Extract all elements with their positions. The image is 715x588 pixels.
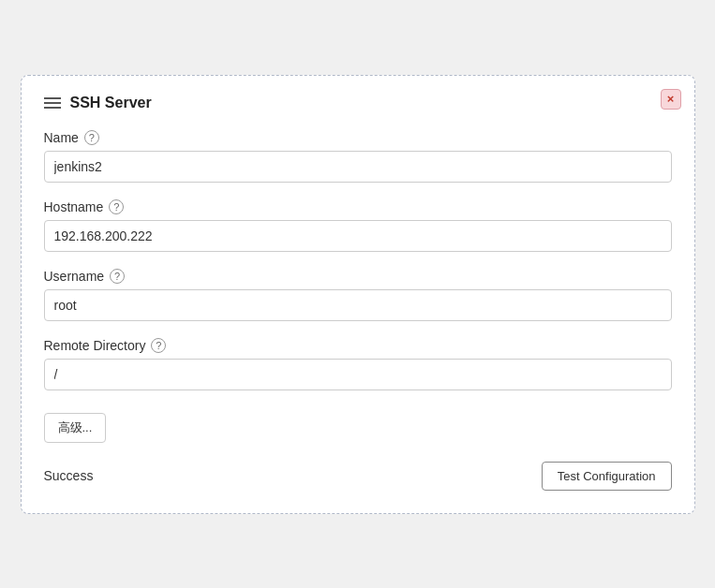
hostname-help-icon[interactable]: ? bbox=[109, 199, 124, 214]
username-group: Username ? bbox=[44, 269, 672, 321]
username-help-icon[interactable]: ? bbox=[110, 269, 125, 284]
dialog-footer: Success Test Configuration bbox=[44, 462, 672, 491]
dialog-header: SSH Server bbox=[44, 95, 672, 111]
name-input[interactable] bbox=[44, 151, 672, 183]
test-configuration-button[interactable]: Test Configuration bbox=[542, 462, 672, 491]
remote-directory-input[interactable] bbox=[44, 359, 672, 390]
hostname-input[interactable] bbox=[44, 220, 672, 252]
name-help-icon[interactable]: ? bbox=[84, 130, 99, 145]
advanced-button[interactable]: 高级... bbox=[44, 413, 107, 443]
menu-icon[interactable] bbox=[44, 97, 61, 109]
username-label: Username ? bbox=[44, 269, 672, 284]
hostname-group: Hostname ? bbox=[44, 199, 672, 252]
ssh-server-dialog: SSH Server × Name ? Hostname ? Username … bbox=[21, 75, 695, 514]
remote-directory-group: Remote Directory ? bbox=[44, 338, 672, 390]
username-input[interactable] bbox=[44, 289, 672, 321]
name-label: Name ? bbox=[44, 130, 672, 145]
remote-directory-label: Remote Directory ? bbox=[44, 338, 672, 353]
status-text: Success bbox=[44, 468, 94, 483]
name-group: Name ? bbox=[44, 130, 672, 183]
hostname-label: Hostname ? bbox=[44, 199, 672, 214]
remote-directory-help-icon[interactable]: ? bbox=[151, 338, 166, 353]
dialog-title: SSH Server bbox=[70, 95, 152, 111]
close-button[interactable]: × bbox=[661, 89, 681, 110]
